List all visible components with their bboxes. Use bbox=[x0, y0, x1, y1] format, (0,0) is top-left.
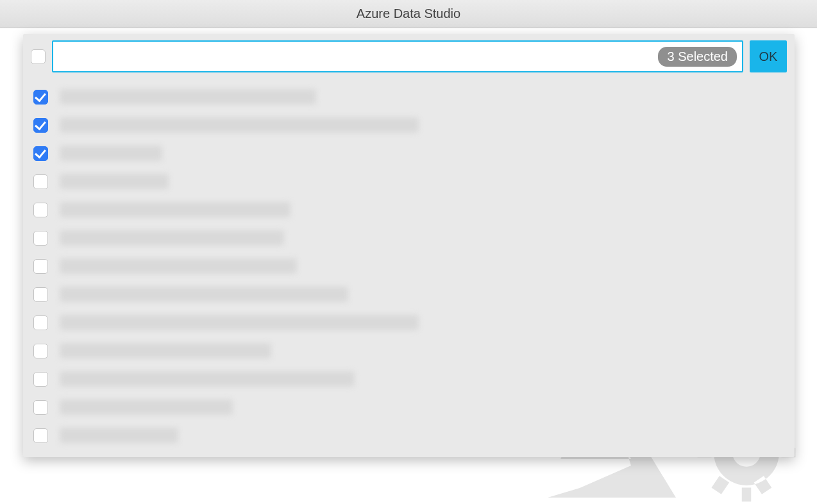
list-item[interactable] bbox=[31, 337, 787, 365]
item-checkbox[interactable] bbox=[33, 372, 48, 387]
list-item[interactable] bbox=[31, 167, 787, 196]
item-checkbox[interactable] bbox=[33, 118, 48, 133]
item-checkbox[interactable] bbox=[33, 287, 48, 302]
list-item[interactable] bbox=[31, 83, 787, 111]
item-label-redacted bbox=[60, 287, 348, 302]
ok-button[interactable]: OK bbox=[750, 40, 787, 72]
selection-panel: 3 Selected OK bbox=[23, 34, 795, 457]
item-checkbox[interactable] bbox=[33, 146, 48, 161]
list-item[interactable] bbox=[31, 196, 787, 224]
list-item[interactable] bbox=[31, 393, 787, 421]
items-list bbox=[31, 79, 787, 449]
search-field-wrapper: 3 Selected bbox=[52, 40, 743, 72]
search-input[interactable] bbox=[61, 50, 658, 63]
item-label-redacted bbox=[60, 258, 297, 274]
item-label-redacted bbox=[60, 230, 284, 246]
item-checkbox[interactable] bbox=[33, 231, 48, 246]
select-all-checkbox[interactable] bbox=[31, 49, 46, 64]
list-item[interactable] bbox=[31, 280, 787, 308]
list-item[interactable] bbox=[31, 365, 787, 393]
item-checkbox[interactable] bbox=[33, 315, 48, 330]
item-checkbox[interactable] bbox=[33, 174, 48, 189]
item-label-redacted bbox=[60, 202, 291, 217]
window-title: Azure Data Studio bbox=[357, 6, 460, 21]
item-checkbox[interactable] bbox=[33, 90, 48, 105]
item-label-redacted bbox=[60, 89, 316, 105]
item-checkbox[interactable] bbox=[33, 259, 48, 274]
item-label-redacted bbox=[60, 117, 419, 133]
selected-count-badge: 3 Selected bbox=[658, 47, 737, 67]
list-item[interactable] bbox=[31, 111, 787, 139]
item-checkbox[interactable] bbox=[33, 428, 48, 443]
list-item[interactable] bbox=[31, 421, 787, 449]
list-item[interactable] bbox=[31, 252, 787, 280]
search-row: 3 Selected OK bbox=[31, 40, 787, 72]
item-checkbox[interactable] bbox=[33, 344, 48, 358]
item-label-redacted bbox=[60, 399, 233, 415]
item-label-redacted bbox=[60, 371, 355, 387]
item-label-redacted bbox=[60, 174, 169, 189]
list-item[interactable] bbox=[31, 224, 787, 252]
item-label-redacted bbox=[60, 428, 178, 443]
item-label-redacted bbox=[60, 343, 271, 358]
title-bar: Azure Data Studio bbox=[0, 0, 817, 28]
item-checkbox[interactable] bbox=[33, 400, 48, 415]
list-item[interactable] bbox=[31, 308, 787, 337]
item-label-redacted bbox=[60, 315, 419, 330]
list-item[interactable] bbox=[31, 139, 787, 167]
item-label-redacted bbox=[60, 146, 162, 161]
item-checkbox[interactable] bbox=[33, 203, 48, 217]
